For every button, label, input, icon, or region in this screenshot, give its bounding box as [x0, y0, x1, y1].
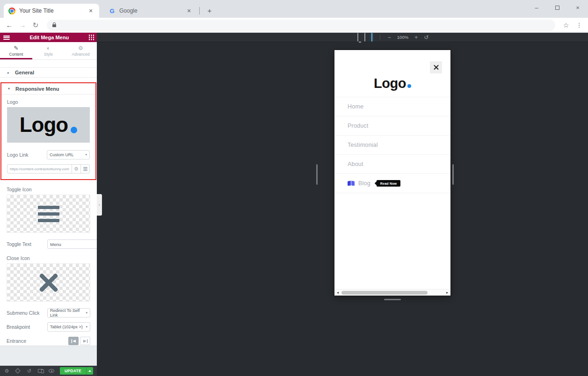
tablet-icon [364, 33, 365, 42]
scrollbar-thumb[interactable] [341, 291, 428, 295]
responsive-mode-button[interactable] [37, 368, 44, 374]
maximize-button[interactable] [547, 4, 567, 11]
section-responsive-menu[interactable]: ▾ Responsive Menu [1, 83, 95, 94]
select-value: Redirect To Self Link [50, 308, 86, 318]
preview-button[interactable] [49, 368, 55, 374]
tab-content[interactable]: ✎ Content [0, 42, 32, 59]
browser-toolbar: ← → ↻ ☆ ⋮ [0, 18, 588, 33]
chevron-down-icon: ▾ [8, 87, 10, 91]
link-options-button[interactable]: ⚙ [72, 164, 81, 174]
select-value: Custom URL [50, 152, 74, 157]
entrance-right-button[interactable] [80, 337, 90, 345]
history-button[interactable]: ↺ [26, 368, 32, 374]
reload-button[interactable]: ↻ [29, 21, 42, 29]
resize-handle-bottom[interactable] [384, 299, 401, 300]
tab-label: Advanced [72, 52, 90, 57]
google-favicon-icon: G [109, 7, 116, 14]
select-value: Tablet (1024px >) [50, 325, 83, 329]
tab-close-icon[interactable]: × [185, 7, 193, 14]
menu-item-product[interactable]: Product [334, 116, 450, 136]
menu-item-about[interactable]: About [334, 155, 450, 174]
tab-style[interactable]: ◐ Style [32, 42, 65, 59]
browser-tab-your-site-title[interactable]: Your Site Title × [4, 4, 99, 18]
panel-collapse-handle[interactable]: ‹ [97, 194, 102, 216]
gear-icon: ⚙ [5, 369, 9, 374]
entrance-row: Entrance [0, 336, 97, 346]
browser-tab-google[interactable]: G Google × [104, 4, 197, 18]
responsive-menu-highlight: ▾ Responsive Menu Logo Logo Logo Link Cu… [0, 82, 96, 180]
panel-title: Edit Mega Menu [10, 35, 89, 40]
zoom-in-button[interactable]: + [414, 35, 418, 40]
panel-body: ▸ General ▾ Responsive Menu Logo Logo [0, 60, 97, 366]
logo-link-label: Logo Link [7, 152, 29, 158]
forward-button[interactable]: → [16, 21, 29, 29]
preview-logo[interactable]: Logo [334, 76, 450, 91]
close-window-button[interactable]: × [567, 4, 588, 11]
section-general[interactable]: ▸ General [0, 67, 97, 78]
chevron-down-icon: ▾ [86, 325, 87, 329]
toggle-text-row: Toggle Text [0, 239, 97, 249]
update-button[interactable]: UPDATE [60, 367, 86, 375]
reset-zoom-button[interactable]: ↺ [424, 35, 428, 40]
logo-url-group: ⚙ [7, 164, 90, 174]
breakpoint-row: Breakpoint Tablet (1024px >) ▾ [0, 322, 97, 332]
panel-footer: ⚙ ↺ UPDATE [0, 366, 97, 376]
panel-header: Edit Mega Menu [0, 33, 97, 42]
desktop-device-button[interactable] [357, 33, 358, 42]
dynamic-tags-button[interactable] [80, 164, 90, 174]
close-icon-media-preview[interactable] [7, 263, 90, 302]
zoom-out-button[interactable]: − [388, 35, 391, 40]
toggle-icon-media-preview[interactable] [7, 195, 90, 233]
slide-from-left-icon [71, 339, 76, 343]
tab-close-icon[interactable]: × [87, 7, 94, 14]
update-button-group: UPDATE [60, 367, 93, 375]
minimize-button[interactable]: – [526, 4, 547, 11]
logo-url-input[interactable] [7, 164, 72, 174]
tab-advanced[interactable]: ⚙ Advanced [65, 42, 97, 59]
toolbar-divider [380, 35, 380, 40]
scroll-right-icon[interactable]: ▸ [444, 289, 450, 295]
panel-bottom-fill [0, 346, 97, 366]
logo-media-preview[interactable]: Logo [7, 107, 90, 143]
back-button[interactable]: ← [3, 21, 16, 29]
new-tab-button[interactable]: + [204, 5, 215, 16]
gear-icon: ⚙ [78, 45, 83, 51]
entrance-left-button[interactable] [68, 337, 79, 345]
browser-menu-icon[interactable]: ⋮ [572, 22, 586, 29]
menu-item-label: Home [348, 103, 363, 110]
scroll-left-icon[interactable]: ◂ [335, 289, 341, 295]
menu-item-blog[interactable]: Blog Read Now [334, 174, 450, 193]
elementor-panel: Edit Mega Menu ✎ Content ◐ Style ⚙ Advan… [0, 33, 97, 376]
logo-dot-icon [407, 84, 411, 88]
navigator-button[interactable] [15, 368, 21, 374]
close-icon-label: Close Icon [0, 255, 97, 261]
menu-item-testimonial[interactable]: Testimonial [334, 136, 450, 155]
settings-button[interactable]: ⚙ [4, 368, 10, 374]
preview-menu-list: Home Product Testimonial About Blog Read… [334, 97, 450, 193]
mobile-device-button[interactable] [371, 33, 372, 42]
menu-item-home[interactable]: Home [334, 97, 450, 116]
tab-title: Your Site Title [19, 7, 87, 14]
logo-link-select[interactable]: Custom URL ▾ [47, 150, 90, 159]
breakpoint-select[interactable]: Tablet (1024px >) ▾ [47, 322, 90, 332]
bookmark-star-icon[interactable]: ☆ [560, 22, 572, 29]
toggle-text-group [47, 239, 90, 249]
site-favicon-icon [8, 7, 15, 14]
panel-menu-icon[interactable] [3, 36, 10, 40]
widgets-grid-icon[interactable] [89, 35, 90, 36]
horizontal-scrollbar[interactable]: ◂ ▸ [335, 289, 450, 295]
toggle-text-input[interactable] [47, 239, 97, 249]
resize-handle-right[interactable] [452, 164, 454, 185]
update-options-button[interactable] [86, 367, 93, 375]
submenu-click-row: Submenu Click Redirect To Self Link ▾ [0, 308, 97, 318]
resize-handle-left[interactable] [316, 164, 318, 185]
menu-close-button[interactable] [430, 61, 442, 73]
submenu-click-select[interactable]: Redirect To Self Link ▾ [47, 308, 90, 318]
address-bar[interactable] [47, 20, 555, 31]
hamburger-icon [38, 206, 59, 222]
tablet-device-button[interactable] [364, 33, 365, 42]
logo-preview-text: Logo [20, 115, 68, 135]
toggle-icon-label: Toggle Icon [0, 187, 97, 192]
pencil-icon: ✎ [14, 45, 18, 51]
device-switcher: − 100% + ↺ [357, 33, 428, 42]
